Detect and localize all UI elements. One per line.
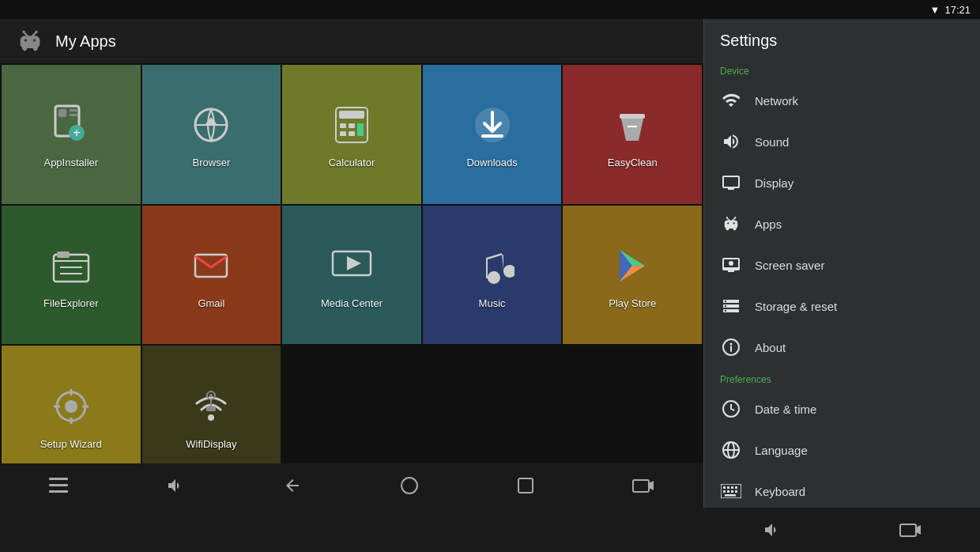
about-label: About xyxy=(755,341,786,354)
bottom-nav xyxy=(0,463,703,508)
settings-panel: Settings Device Network Sound Display xyxy=(703,19,980,552)
sound-label: Sound xyxy=(755,135,789,149)
home-nav-btn[interactable] xyxy=(384,470,435,501)
svg-rect-24 xyxy=(349,131,355,136)
status-bar: ▼ 17:21 xyxy=(0,0,980,19)
svg-rect-31 xyxy=(57,251,70,258)
volume-nav-btn[interactable] xyxy=(150,470,201,501)
svg-point-46 xyxy=(208,414,214,421)
svg-rect-12 xyxy=(70,114,77,116)
app-tile-downloads[interactable]: Downloads xyxy=(423,65,562,204)
recent-nav-btn[interactable] xyxy=(501,471,550,501)
svg-rect-80 xyxy=(723,490,726,493)
settings-bottom-nav xyxy=(703,508,980,552)
storage-label: Storage & reset xyxy=(755,300,837,313)
app-tile-easyclean[interactable]: EasyClean xyxy=(563,65,702,204)
svg-rect-82 xyxy=(731,490,733,493)
settings-item-datetime[interactable]: Date & time xyxy=(704,388,980,429)
svg-point-67 xyxy=(729,261,733,266)
svg-rect-83 xyxy=(735,490,737,493)
android-logo xyxy=(16,27,44,55)
sound-icon xyxy=(720,130,742,153)
settings-item-storage[interactable]: Storage & reset xyxy=(704,285,980,327)
app-tile-music[interactable]: Music xyxy=(423,206,562,345)
wifi-status-icon: ▼ xyxy=(930,4,940,16)
svg-rect-11 xyxy=(70,109,77,112)
svg-marker-36 xyxy=(347,256,361,270)
settings-item-about[interactable]: About xyxy=(704,327,980,368)
svg-rect-25 xyxy=(357,123,364,136)
globe-icon xyxy=(720,439,742,461)
svg-point-41 xyxy=(65,400,77,413)
settings-item-network[interactable]: Network xyxy=(704,80,980,121)
app-label: Downloads xyxy=(466,157,517,168)
back-nav-btn[interactable] xyxy=(267,470,318,501)
preferences-section-label: Preferences xyxy=(704,368,980,388)
app-tile-appinstaller[interactable]: + AppInstaller xyxy=(2,65,141,204)
app-label: Browser xyxy=(193,157,231,168)
app-icon xyxy=(607,100,658,150)
app-label: Gmail xyxy=(198,297,224,309)
main-area: My Apps + AppInstaller Browser Calculato… xyxy=(0,19,703,508)
clock-icon xyxy=(720,398,742,420)
svg-rect-50 xyxy=(206,406,216,411)
svg-marker-17 xyxy=(205,117,217,125)
settings-item-keyboard[interactable]: Keyboard xyxy=(704,471,980,512)
app-tile-calculator[interactable]: Calculator xyxy=(282,65,421,204)
app-icon xyxy=(186,240,236,291)
status-icons: ▼ 17:21 xyxy=(930,4,971,16)
app-label: Media Center xyxy=(321,297,383,309)
svg-text:+: + xyxy=(73,126,80,139)
app-icon xyxy=(607,240,658,291)
svg-rect-34 xyxy=(195,255,227,277)
status-time: 17:21 xyxy=(944,4,971,16)
app-icon: + xyxy=(46,100,96,150)
app-tile-mediacenter[interactable]: Media Center xyxy=(282,206,421,345)
settings-item-sound[interactable]: Sound xyxy=(704,121,980,162)
svg-rect-2 xyxy=(21,36,40,48)
svg-point-3 xyxy=(24,39,27,41)
app-icon xyxy=(467,100,518,150)
apps-label: Apps xyxy=(755,217,782,231)
svg-rect-79 xyxy=(735,486,737,489)
app-label: AppInstaller xyxy=(43,157,98,168)
svg-point-8 xyxy=(35,31,37,33)
svg-rect-10 xyxy=(58,109,66,117)
app-label: Calculator xyxy=(329,157,375,168)
app-grid: + AppInstaller Browser Calculator Downlo… xyxy=(0,63,703,486)
settings-title: Settings xyxy=(704,19,980,59)
camera-nav-btn[interactable] xyxy=(616,471,670,500)
svg-rect-56 xyxy=(633,480,649,492)
svg-rect-55 xyxy=(518,478,533,493)
svg-point-7 xyxy=(22,31,24,33)
svg-rect-53 xyxy=(49,490,68,493)
settings-volume-btn[interactable] xyxy=(747,514,797,546)
svg-rect-78 xyxy=(731,486,733,489)
settings-item-screensaver[interactable]: Screen saver xyxy=(704,244,980,285)
device-section-label: Device xyxy=(704,59,980,80)
storage-icon xyxy=(720,295,742,317)
app-icon xyxy=(46,381,96,432)
svg-point-54 xyxy=(401,478,417,493)
app-label: Music xyxy=(479,297,506,309)
datetime-label: Date & time xyxy=(755,403,816,416)
settings-item-language[interactable]: Language xyxy=(704,429,980,471)
app-icon xyxy=(467,240,518,291)
apps-icon xyxy=(720,213,742,235)
app-tile-playstore[interactable]: Play Store xyxy=(563,206,702,345)
settings-item-apps[interactable]: Apps xyxy=(704,203,980,244)
app-icon xyxy=(46,240,96,291)
svg-rect-23 xyxy=(340,131,346,136)
menu-nav-btn[interactable] xyxy=(33,471,84,500)
settings-item-display[interactable]: Display xyxy=(704,162,980,203)
screensaver-icon xyxy=(720,254,742,276)
svg-rect-20 xyxy=(340,123,346,128)
settings-camera-btn[interactable] xyxy=(884,516,937,544)
app-tile-browser[interactable]: Browser xyxy=(142,65,281,204)
app-icon xyxy=(326,240,377,291)
app-label: FileExplorer xyxy=(43,297,98,309)
app-tile-fileexplorer[interactable]: FileExplorer xyxy=(2,206,141,345)
app-icon xyxy=(186,381,236,432)
svg-rect-60 xyxy=(725,221,738,229)
app-tile-gmail[interactable]: Gmail xyxy=(142,206,281,345)
